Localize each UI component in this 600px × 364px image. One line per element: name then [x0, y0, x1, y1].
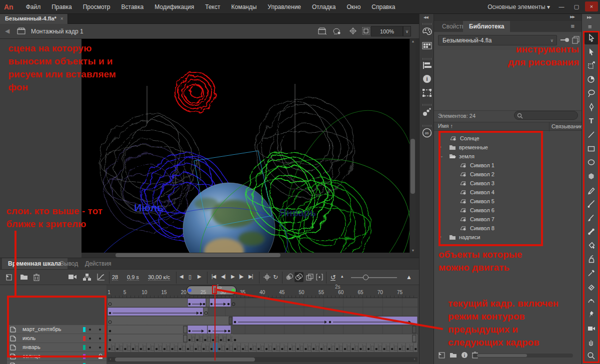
- camera-icon[interactable]: [68, 273, 77, 280]
- column-linkage[interactable]: Связывание: [549, 122, 583, 131]
- new-folder-icon[interactable]: [450, 352, 457, 358]
- dock-grip[interactable]: [422, 125, 432, 127]
- collapse-dock-icon[interactable]: ◀◀: [424, 15, 428, 19]
- color-panel-icon[interactable]: [422, 27, 432, 37]
- transform-panel-icon[interactable]: [422, 88, 432, 98]
- play-icon[interactable]: ▶: [231, 274, 234, 279]
- collapse-panel-icon[interactable]: ▶▶: [570, 15, 574, 19]
- menu-debug[interactable]: Отладка: [306, 0, 341, 14]
- go-last-frame-icon[interactable]: ▶|: [248, 274, 252, 279]
- tab-library[interactable]: Библиотека: [463, 21, 510, 32]
- menu-text[interactable]: Текст: [200, 0, 226, 14]
- edit-symbols-icon[interactable]: [333, 27, 342, 35]
- zoom-level[interactable]: 100%: [371, 26, 403, 36]
- scroll-down-icon[interactable]: ▼: [410, 249, 416, 252]
- step-back-onion-icon[interactable]: ◀: [180, 274, 183, 279]
- horizontal-scroll-thumb[interactable]: [116, 253, 280, 257]
- menu-commands[interactable]: Команды: [226, 0, 262, 14]
- minimize-button[interactable]: —: [555, 1, 568, 11]
- workspace-switcher[interactable]: Основные элементы ▾: [488, 3, 550, 10]
- item-properties-icon[interactable]: i: [461, 352, 468, 359]
- delete-layer-icon[interactable]: [33, 273, 40, 281]
- vertical-scroll-thumb[interactable]: [410, 139, 415, 194]
- tools-menu-icon[interactable]: ≡: [588, 23, 592, 30]
- current-frame-value[interactable]: 28: [112, 274, 118, 281]
- edit-multiple-frames-icon[interactable]: [306, 273, 314, 281]
- onion-skin-icon[interactable]: [286, 273, 294, 281]
- loop-icon[interactable]: ↻: [273, 274, 278, 281]
- dock-grip[interactable]: [422, 23, 432, 25]
- menu-control[interactable]: Управление: [262, 0, 306, 14]
- divider: [207, 272, 208, 284]
- dock-grip[interactable]: [422, 104, 432, 106]
- marker-range-icon[interactable]: [316, 273, 324, 281]
- collapse-tools-icon[interactable]: ▶▶: [587, 15, 592, 19]
- stage-canvas[interactable]: Июль Январь: [82, 39, 410, 253]
- menu-insert[interactable]: Вставка: [116, 0, 150, 14]
- zoom-out-timeline-icon[interactable]: ▴: [341, 274, 343, 279]
- ruler-frame-number: 5: [120, 290, 129, 295]
- info-panel-icon[interactable]: i: [422, 74, 432, 84]
- dock-grip[interactable]: [422, 58, 432, 60]
- scroll-up-icon[interactable]: ▲: [410, 39, 416, 43]
- stage-vertical-scrollbar[interactable]: ▲ ▼: [410, 39, 416, 253]
- go-first-frame-icon[interactable]: |◀: [212, 274, 216, 279]
- menu-file[interactable]: Файл: [20, 0, 46, 14]
- onion-skin-outlines-active[interactable]: [294, 272, 304, 282]
- timeline-zoom-slider[interactable]: [351, 277, 397, 278]
- menu-help[interactable]: Справка: [366, 0, 400, 14]
- new-symbol-icon[interactable]: [438, 352, 446, 359]
- new-layer-icon[interactable]: [5, 273, 13, 281]
- scroll-right-icon[interactable]: ›: [412, 358, 418, 361]
- document-tab-bar: Безымянный-4.fla*×: [0, 14, 419, 24]
- timeline-zoom-knob[interactable]: [363, 275, 368, 280]
- playhead-line[interactable]: [214, 288, 216, 361]
- graph-editor-icon[interactable]: [96, 273, 106, 281]
- align-panel-icon[interactable]: [422, 61, 432, 70]
- scene-name[interactable]: Монтажный кадр 1: [31, 28, 84, 35]
- tab-close-icon[interactable]: ×: [60, 16, 64, 21]
- close-button[interactable]: ×: [585, 1, 598, 11]
- step-forward-onion-icon[interactable]: ▶: [198, 274, 201, 279]
- center-frame-icon[interactable]: [263, 273, 271, 281]
- document-tab[interactable]: Безымянный-4.fla*×: [0, 14, 68, 24]
- current-frame-icon[interactable]: ▯: [188, 274, 191, 280]
- panel-menu-icon[interactable]: ≡: [570, 22, 574, 30]
- library-scroll-thumb[interactable]: [477, 354, 527, 357]
- timeline-horizontal-scrollbar[interactable]: ‹ ›: [108, 357, 418, 362]
- pin-library-icon[interactable]: [560, 37, 570, 43]
- clip-content-icon[interactable]: [362, 27, 370, 35]
- library-column-headers[interactable]: Имя ↑ Связывание: [434, 122, 582, 131]
- stage-horizontal-scrollbar[interactable]: [82, 253, 410, 258]
- center-stage-icon[interactable]: [349, 27, 357, 35]
- frame-rate-value[interactable]: 30,00 к/с: [148, 274, 170, 281]
- menu-view[interactable]: Просмотр: [78, 0, 116, 14]
- scroll-left-icon[interactable]: ‹: [108, 358, 114, 361]
- reset-timeline-zoom-icon[interactable]: ↺: [330, 274, 336, 281]
- elapsed-time-value[interactable]: 0,9 s: [127, 274, 139, 281]
- onion-start-handle[interactable]: [188, 289, 192, 292]
- new-folder-icon[interactable]: [20, 273, 28, 280]
- maximize-button[interactable]: ▢: [570, 1, 583, 11]
- tab-actions[interactable]: Действия: [79, 258, 118, 269]
- timeline-scroll-thumb[interactable]: [115, 358, 255, 362]
- menu-window[interactable]: Окно: [341, 0, 366, 14]
- column-name[interactable]: Имя ↑: [438, 123, 453, 129]
- menu-modify[interactable]: Модификация: [149, 0, 200, 14]
- swatches-panel-icon[interactable]: [422, 41, 432, 50]
- library-search-input[interactable]: [514, 111, 578, 120]
- timeline-tab-bar: Временная шкала Вывод Действия: [0, 258, 419, 269]
- annotation-scene: сцена на которуювыносим объекты и и рису…: [8, 42, 116, 94]
- layer-parenting-icon[interactable]: [82, 273, 92, 281]
- library-scrollbar[interactable]: [473, 354, 573, 358]
- zoom-in-timeline-icon[interactable]: ▲: [406, 274, 412, 281]
- back-icon[interactable]: ◀: [5, 27, 10, 34]
- timeline-layer-5[interactable]: тень: [7, 361, 106, 364]
- zoom-dropdown-icon[interactable]: ∨: [403, 26, 411, 36]
- prev-frame-icon[interactable]: ◀|: [221, 274, 225, 279]
- menu-edit[interactable]: Правка: [46, 0, 78, 14]
- edit-scene-icon[interactable]: [318, 27, 327, 35]
- timeline-frames-area[interactable]: [108, 298, 418, 352]
- brush-library-panel-icon[interactable]: [422, 107, 432, 117]
- next-frame-icon[interactable]: |▶: [239, 274, 243, 279]
